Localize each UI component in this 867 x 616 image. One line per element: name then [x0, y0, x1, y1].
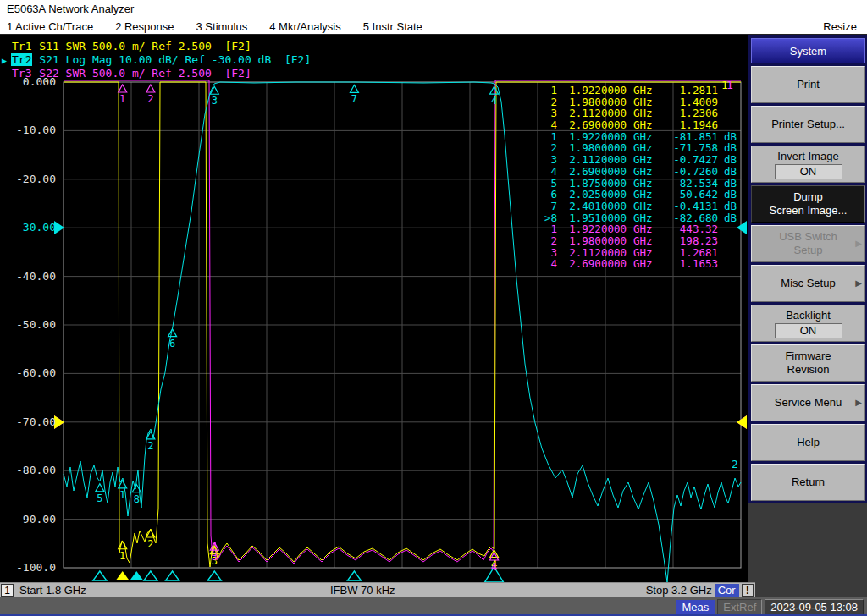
softkey-printer-setup[interactable]: Printer Setup... — [751, 106, 865, 143]
softkey-help[interactable]: Help — [751, 424, 865, 461]
marker-number-tr2: 1 — [119, 489, 125, 501]
marker-cell: dB — [718, 189, 744, 201]
marker-cell: GHz — [627, 235, 664, 247]
softkey-buttons: PrintPrinter Setup...Invert ImageONDumpS… — [751, 66, 865, 503]
marker-cell: dB — [718, 201, 744, 212]
marker-number-tr3: 3 — [212, 551, 218, 563]
marker-cell: 2 — [538, 96, 557, 108]
trace-info-tr1[interactable]: Tr1 S11 SWR 500.0 m/ Ref 2.500 [F2] — [2, 40, 311, 53]
marker-cell: GHz — [627, 119, 664, 131]
submenu-arrow-icon: ▶ — [855, 277, 862, 290]
marker-cell: 2.6900000 — [557, 258, 627, 270]
marker-cell: 1.1946 — [664, 119, 718, 131]
softkey-print[interactable]: Print — [751, 66, 865, 103]
softkey-invert-image[interactable]: Invert ImageON — [751, 146, 865, 183]
marker-cell: 1.9800000 — [557, 235, 627, 247]
marker-cell: 1.1653 — [664, 258, 718, 270]
app-window: E5063A Network Analyzer 1 Active Ch/Trac… — [0, 0, 867, 616]
marker-cell — [718, 96, 744, 108]
menu-item[interactable]: 2 Response — [115, 20, 174, 33]
marker-cell: 1.9220000 — [557, 131, 627, 143]
marker-cell: dB — [718, 166, 744, 178]
resize-button[interactable]: Resize — [823, 20, 857, 33]
axis-marker-outline — [144, 571, 157, 580]
sidebar-filler — [748, 503, 867, 597]
y-axis-label: -70.00 — [0, 415, 56, 428]
softkey-backlight[interactable]: BacklightON — [751, 305, 865, 342]
marker-cell: 2.4010000 — [557, 201, 627, 212]
menu-item[interactable]: 5 Instr State — [363, 20, 422, 33]
marker-table-row: 21.9800000GHz198.23 — [538, 235, 744, 247]
trace-info-tr2[interactable]: ▶Tr2 S21 Log Mag 10.00 dB/ Ref -30.00 dB… — [2, 53, 311, 67]
softkey-menu-title: System — [751, 38, 865, 63]
marker-cell: 1.9220000 — [557, 85, 627, 96]
softkey-service-menu[interactable]: Service Menu▶ — [751, 384, 865, 421]
marker-glyph-tr3 — [146, 85, 155, 92]
trace-id: Tr3 — [11, 67, 32, 80]
menu-item[interactable]: 1 Active Ch/Trace — [7, 20, 93, 33]
instrument-screen: 1234123451826374112 0.000-10.00-20.00-30… — [0, 35, 748, 582]
marker-cell: >8 — [538, 212, 557, 224]
marker-cell: 1.8750000 — [557, 178, 627, 190]
trace-format: S22 SWR 500.0 m/ Ref 2.500 [F2] — [32, 67, 251, 80]
marker-table-row: 51.8750000GHz-82.534dB — [538, 178, 744, 190]
menu-bar: 1 Active Ch/Trace2 Response3 Stimulus4 M… — [0, 19, 867, 35]
marker-cell: GHz — [627, 166, 664, 178]
marker-cell: 4 — [538, 258, 557, 270]
marker-number-tr2: 3 — [212, 95, 218, 107]
marker-cell: 198.23 — [664, 235, 718, 247]
trace-arrow-slot — [2, 41, 11, 53]
marker-cell: 7 — [538, 201, 557, 212]
marker-cell — [718, 247, 744, 259]
marker-cell: 1 — [538, 223, 557, 235]
correction-badge: Cor — [715, 584, 739, 597]
y-axis-label: -100.0 — [0, 561, 56, 574]
marker-cell: dB — [718, 212, 744, 224]
marker-cell: 1 — [538, 85, 557, 96]
y-axis-label: -50.00 — [0, 318, 56, 331]
meas-status-badge: Meas — [676, 600, 715, 614]
softkey-label: Backlight — [786, 309, 831, 322]
softkey-firmware-revision[interactable]: FirmwareRevision — [751, 344, 865, 382]
softkey-return[interactable]: Return — [751, 464, 865, 501]
marker-number-tr3: 2 — [147, 93, 153, 105]
menu-item[interactable]: 4 Mkr/Analysis — [269, 20, 341, 33]
softkey-label: Firmware — [785, 349, 831, 363]
menu-item[interactable]: 3 Stimulus — [196, 20, 248, 33]
marker-table-row: 42.6900000GHz1.1653 — [538, 258, 744, 270]
softkey-dump-screen-image[interactable]: DumpScreen Image... — [751, 185, 865, 223]
marker-table-row: 11.9220000GHz1.2811 — [538, 85, 744, 96]
trace-format: S21 Log Mag 10.00 dB/ Ref -30.00 dB [F2] — [32, 53, 311, 66]
softkey-misc-setup[interactable]: Misc Setup▶ — [751, 265, 865, 302]
softkey-label: USB Switch — [779, 230, 837, 244]
softkey-state-value: ON — [775, 164, 842, 179]
marker-cell: -0.7260 — [664, 166, 718, 178]
softkey-usb-switch-setup: USB SwitchSetup▶ — [751, 225, 865, 262]
marker-cell — [718, 85, 744, 96]
marker-table-row: 32.1120000GHz1.2681 — [538, 247, 744, 259]
marker-cell: 4 — [538, 119, 557, 131]
softkey-label: Screen Image... — [770, 204, 848, 217]
marker-cell: GHz — [627, 142, 664, 154]
ref-level-pointer-right — [737, 415, 747, 429]
marker-cell: 2 — [538, 235, 557, 247]
softkey-label: Revision — [787, 363, 830, 377]
marker-cell — [718, 107, 744, 119]
softkey-label: Misc Setup — [781, 277, 835, 290]
marker-cell: 2.1120000 — [557, 107, 627, 119]
axis-marker-outline — [93, 571, 107, 580]
marker-cell: 1.4009 — [664, 96, 718, 108]
marker-cell: dB — [718, 178, 744, 190]
stop-frequency-label: Stop 3.2 GHz — [646, 584, 712, 597]
y-axis-labels: 0.000-10.00-20.00-30.00-40.00-50.00-60.0… — [0, 35, 59, 582]
start-frequency-label: Start 1.8 GHz — [19, 584, 86, 597]
marker-cell: GHz — [627, 201, 664, 212]
marker-cell: GHz — [627, 189, 664, 201]
softkey-label: Setup — [794, 244, 823, 257]
trace-arrow-slot — [2, 68, 11, 80]
marker-glyph-tr3 — [119, 85, 127, 92]
trace-info-tr3[interactable]: Tr3 S22 SWR 500.0 m/ Ref 2.500 [F2] — [2, 67, 311, 80]
marker-table-row: >81.9510000GHz-82.680dB — [538, 212, 744, 224]
marker-cell: dB — [718, 154, 744, 166]
marker-cell — [718, 258, 744, 270]
